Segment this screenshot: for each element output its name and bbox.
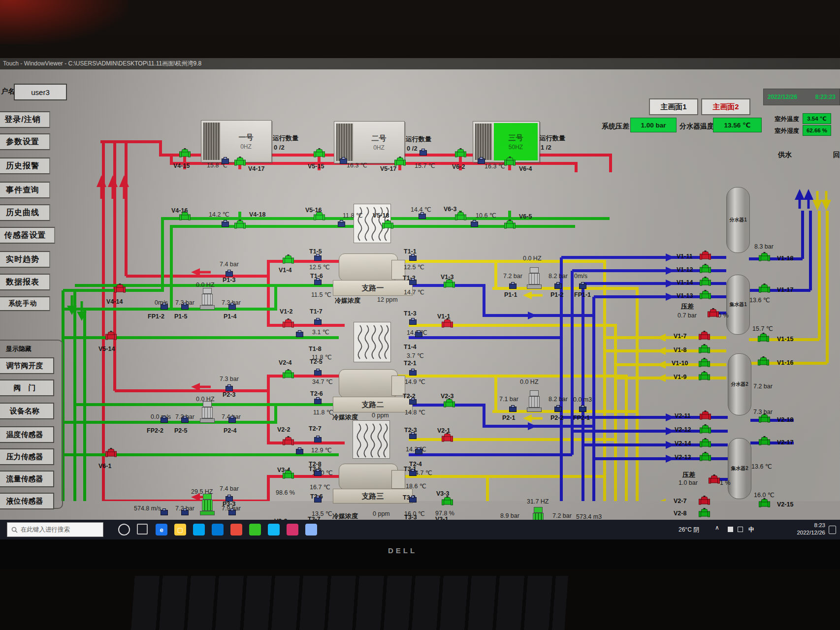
valve-v1-7[interactable] [699, 331, 710, 341]
valve-label-v6-4: V6-4 [519, 165, 532, 172]
valve-v1-14[interactable] [700, 277, 711, 287]
valve-v4-14[interactable] [114, 284, 126, 294]
panel-button-temp-sensors[interactable]: 温度传感器 [0, 426, 54, 443]
valve-v5-16[interactable] [314, 211, 325, 221]
valve-v2-18[interactable] [759, 413, 770, 424]
valve-v2-3[interactable] [444, 398, 455, 409]
pf-value-fp3-2: 574.8 m/s [134, 505, 161, 512]
ime-indicator[interactable]: 中 [748, 526, 754, 534]
valve-v1-4[interactable] [283, 254, 294, 265]
valve-v4-15[interactable] [179, 148, 191, 158]
pump-pump2r[interactable] [527, 390, 542, 412]
valve-v2-1[interactable] [442, 433, 453, 443]
chiller-branch-3[interactable]: 支路三 [333, 489, 413, 504]
music-icon[interactable] [287, 524, 298, 536]
valve-v6-5[interactable] [504, 220, 516, 230]
panel-button-device-names[interactable]: 设备名称 [0, 403, 54, 419]
sidebar-button-trend[interactable]: 实时趋势 [0, 251, 50, 268]
weather-indicator[interactable]: 26°C 阴 [678, 526, 699, 534]
valve-v2-12[interactable] [700, 424, 711, 435]
window-titlebar[interactable]: Touch - WindowViewer - C:\USERS\ADMIN\DE… [0, 58, 840, 69]
valve-v2-7[interactable] [699, 496, 710, 506]
sidebar-button-alarm[interactable]: 历史报警 [0, 158, 50, 174]
pressure-diff-label-2: 压差 [682, 471, 695, 479]
store-icon[interactable] [193, 524, 205, 536]
wechat-icon[interactable] [249, 524, 261, 536]
valve-v4-16[interactable] [179, 211, 191, 221]
valve-v1-3[interactable] [444, 279, 455, 289]
panel-button-valve-opening[interactable]: 调节阀开度 [0, 357, 54, 374]
main-screen-1-button[interactable]: 主画面1 [649, 98, 698, 115]
valve-v1-2[interactable] [283, 318, 294, 329]
valve-v1-11[interactable] [700, 251, 711, 261]
notification-center-icon[interactable] [829, 526, 836, 534]
valve-v2-11[interactable] [700, 410, 711, 421]
valve-v3-4[interactable] [283, 470, 294, 480]
volume-icon[interactable] [738, 527, 743, 532]
panel-button-flow-sensors[interactable]: 流量传感器 [0, 471, 54, 487]
edge-icon[interactable]: e [156, 524, 167, 536]
valve-v5-15[interactable] [314, 148, 325, 158]
valve-v1-13[interactable] [700, 290, 711, 300]
valve-v1-16[interactable] [758, 356, 769, 367]
valve-v2-17[interactable] [759, 436, 770, 446]
task-view-icon[interactable] [137, 524, 148, 535]
sidebar-button-report[interactable]: 数据报表 [0, 274, 50, 290]
qq-icon[interactable] [268, 524, 280, 536]
photos-icon[interactable] [230, 524, 242, 536]
main-screen-2-button[interactable]: 主画面2 [701, 98, 750, 115]
valve-dv1[interactable] [708, 308, 719, 318]
panel-button-valves[interactable]: 阀 门 [0, 379, 54, 396]
valve-v6-4[interactable] [504, 157, 516, 167]
pump-pump2l[interactable] [200, 401, 215, 423]
chiller-branch-2[interactable]: 支路二 [333, 397, 413, 412]
valve-v4-18[interactable] [234, 220, 246, 230]
valve-v1-10[interactable] [699, 358, 710, 368]
pump-pump1l[interactable] [200, 288, 215, 310]
sidebar-button-login[interactable]: 登录/注销 [0, 111, 50, 128]
username-field[interactable]: user3 [14, 84, 67, 100]
valve-v2-14[interactable] [700, 438, 711, 448]
valve-v2-8[interactable] [699, 508, 710, 518]
valve-v1-1[interactable] [442, 318, 453, 329]
valve-v6-1[interactable] [105, 448, 117, 458]
valve-v2-15[interactable] [759, 498, 770, 508]
panel-button-press-sensors[interactable]: 压力传感器 [0, 448, 54, 465]
pump-pump1r[interactable] [527, 267, 542, 289]
valve-v3-3[interactable] [442, 496, 453, 506]
sidebar-button-manual[interactable]: 系统手动 [0, 296, 50, 311]
valve-v1-18[interactable] [759, 252, 770, 262]
mail-icon[interactable] [212, 524, 224, 536]
valve-v1-17[interactable] [759, 284, 770, 294]
valve-v6-2[interactable] [455, 148, 466, 158]
chiller-branch-1[interactable]: 支路一 [333, 280, 413, 296]
valve-v1-9[interactable] [699, 371, 710, 381]
pf-value-p3-2: 7.2 bar [552, 512, 572, 519]
panel-button-level-sensors[interactable]: 液位传感器 [0, 493, 54, 509]
valve-v2-2[interactable] [283, 436, 294, 446]
valve-dv2[interactable] [709, 474, 720, 485]
valve-v5-18[interactable] [382, 220, 393, 230]
sidebar-button-events[interactable]: 事件查询 [0, 182, 50, 198]
valve-v5-17[interactable] [394, 157, 406, 167]
file-explorer-icon[interactable]: ▢ [174, 524, 186, 536]
valve-v5-14[interactable] [105, 331, 117, 341]
settings-icon[interactable] [305, 524, 317, 536]
temp-sensor-label-t2-5: T2-5 [310, 358, 323, 365]
valve-v4-17[interactable] [234, 157, 246, 167]
valve-v2-13[interactable] [700, 452, 711, 462]
valve-v6-3[interactable] [455, 211, 466, 221]
sidebar-button-params[interactable]: 参数设置 [0, 133, 50, 150]
pump-pump3l[interactable] [200, 494, 215, 515]
valve-v1-8[interactable] [699, 344, 710, 354]
valve-v1-15[interactable] [758, 333, 769, 343]
taskbar-clock[interactable]: 8:23 2022/12/26 [783, 522, 825, 536]
sidebar-button-history[interactable]: 历史曲线 [0, 204, 50, 221]
tray-caret-icon[interactable]: ∧ [715, 524, 719, 531]
sidebar-button-sensors[interactable]: 传感器设置 [0, 227, 55, 244]
network-icon[interactable] [728, 527, 733, 532]
valve-v2-4[interactable] [283, 369, 294, 379]
valve-v1-12[interactable] [700, 264, 711, 274]
taskbar-search-box[interactable]: 在此键入进行搜索 [7, 522, 103, 537]
cortana-icon[interactable] [118, 524, 130, 536]
